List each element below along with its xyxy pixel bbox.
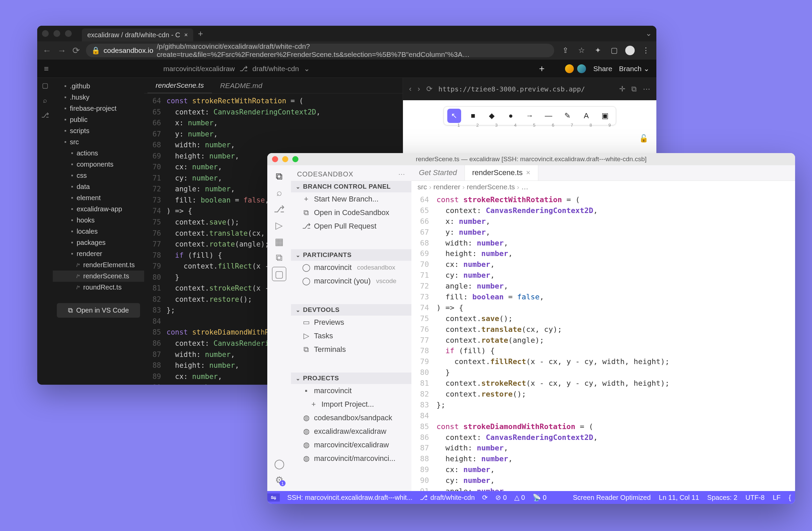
- folder-item[interactable]: ▪actions: [53, 148, 144, 159]
- arrow-tool[interactable]: →5: [523, 109, 537, 123]
- editor-tab[interactable]: Get Started: [411, 165, 465, 181]
- debug-icon[interactable]: ▷: [272, 218, 286, 232]
- cursor-status[interactable]: Ln 11, Col 11: [659, 494, 699, 502]
- popout-icon[interactable]: ⧉: [631, 85, 637, 94]
- code-editor[interactable]: 6465666768697071727374757677787980818283…: [411, 193, 795, 491]
- share-icon[interactable]: ⇪: [560, 46, 570, 55]
- chevron-down-icon[interactable]: ⌄: [304, 65, 310, 73]
- folder-item[interactable]: ▪packages: [53, 237, 144, 248]
- settings-icon[interactable]: ⚙: [272, 473, 286, 487]
- file-item[interactable]: /*roundRect.ts: [53, 282, 144, 293]
- sync-status[interactable]: ⟳: [482, 493, 488, 502]
- section-header[interactable]: ⌄PARTICIPANTS: [291, 249, 411, 261]
- text-tool[interactable]: A8: [579, 109, 593, 123]
- reload-icon[interactable]: ⟳: [426, 85, 432, 94]
- reload-icon[interactable]: ⟳: [72, 45, 80, 56]
- back-icon[interactable]: ←: [43, 45, 52, 56]
- avatar[interactable]: [625, 46, 635, 55]
- panel-item[interactable]: ⎇Open Pull Request: [291, 220, 411, 233]
- image-tool[interactable]: ▣9: [598, 109, 612, 123]
- branch-status[interactable]: ⎇ draft/white-cdn: [420, 493, 475, 502]
- forward-icon[interactable]: →: [58, 45, 66, 56]
- preview-url[interactable]: https://tziee8-3000.preview.csb.app/: [438, 85, 613, 93]
- file-item[interactable]: /*renderElement.ts: [53, 260, 144, 270]
- crumb-owner[interactable]: marcovincit/excalidraw: [163, 65, 235, 73]
- panel-item[interactable]: ▷Tasks: [291, 329, 411, 343]
- panel-item[interactable]: ◯marcovincitcodesandbox: [291, 261, 411, 274]
- encoding-status[interactable]: UTF-8: [745, 494, 765, 502]
- ports-status[interactable]: 📡 0: [533, 493, 547, 502]
- panel-item[interactable]: ⧉Terminals: [291, 343, 411, 356]
- file-item[interactable]: /*renderScene.ts: [53, 270, 144, 282]
- circle-tool[interactable]: ●4: [504, 109, 518, 123]
- puzzle-icon[interactable]: ✦: [593, 46, 603, 55]
- avatar[interactable]: [564, 64, 575, 74]
- breadcrumb[interactable]: src›renderer›renderScene.ts›…: [411, 181, 795, 193]
- account-icon[interactable]: ◯: [272, 457, 286, 471]
- close-icon[interactable]: ×: [184, 31, 188, 39]
- panel-item[interactable]: ◍marcovincit/excalidraw: [291, 438, 411, 452]
- hamburger-icon[interactable]: ≡: [44, 64, 49, 73]
- crumb-branch[interactable]: draft/white-cdn: [252, 65, 299, 73]
- folder-item[interactable]: ▪excalidraw-app: [53, 204, 144, 215]
- folder-item[interactable]: ▪src: [53, 137, 144, 148]
- avatar[interactable]: [577, 64, 587, 74]
- square-tool[interactable]: ■2: [466, 109, 480, 123]
- add-icon[interactable]: +: [539, 63, 545, 74]
- traffic-lights[interactable]: [272, 156, 299, 162]
- errors-status[interactable]: ⊘ 0: [495, 493, 507, 502]
- panel-item[interactable]: ▭Previews: [291, 316, 411, 329]
- search-icon[interactable]: ⌕: [272, 185, 286, 200]
- panel-item[interactable]: ◍excalidraw/excalidraw: [291, 425, 411, 438]
- branch-icon[interactable]: ⎇: [37, 108, 53, 123]
- code[interactable]: const strokeRectWithRotation = ( context…: [434, 193, 795, 491]
- browser-tab[interactable]: excalidraw / draft/white-cdn - C ×: [82, 28, 193, 41]
- remote-indicator[interactable]: ⇋: [267, 493, 280, 502]
- folder-item[interactable]: ▪.github: [53, 81, 144, 92]
- folder-item[interactable]: ▪public: [53, 114, 144, 125]
- folder-item[interactable]: ▪firebase-project: [53, 103, 144, 114]
- warnings-status[interactable]: △ 0: [514, 493, 525, 502]
- pencil-tool[interactable]: ✎7: [560, 109, 575, 123]
- ssh-status[interactable]: SSH: marcovincit.excalidraw.draft---whit…: [287, 494, 412, 502]
- extensions-icon[interactable]: ▦: [272, 234, 286, 249]
- panel-item[interactable]: ◍codesandbox/sandpack: [291, 411, 411, 425]
- panel-item[interactable]: ◯marcovincit (you)vscode: [291, 274, 411, 288]
- share-button[interactable]: Share: [593, 65, 612, 73]
- more-icon[interactable]: ⋯: [643, 85, 650, 94]
- line-tool[interactable]: —6: [541, 109, 555, 123]
- folder-item[interactable]: ▪data: [53, 181, 144, 192]
- traffic-lights[interactable]: [42, 30, 72, 37]
- close-icon[interactable]: ×: [526, 168, 531, 177]
- editor-tab[interactable]: renderScene.ts×: [465, 165, 538, 181]
- section-header[interactable]: ⌄BRANCH CONTROL PANEL: [291, 181, 411, 192]
- diamond-tool[interactable]: ◆3: [485, 109, 499, 123]
- panel-item[interactable]: +Start New Branch...: [291, 192, 411, 206]
- spaces-status[interactable]: Spaces: 2: [707, 494, 737, 502]
- panel-item[interactable]: +Import Project...: [291, 397, 411, 411]
- codesandbox-icon[interactable]: ▢: [272, 267, 286, 281]
- back-icon[interactable]: ‹: [409, 85, 411, 94]
- screen-reader-status[interactable]: Screen Reader Optimized: [573, 494, 651, 502]
- url-field[interactable]: 🔒 codesandbox.io /p/github/marcovincit/e…: [86, 44, 554, 57]
- files-icon[interactable]: ⧉: [272, 169, 286, 184]
- section-header[interactable]: ⌄PROJECTS: [291, 373, 411, 384]
- panel-item[interactable]: ⧉Open in CodeSandbox: [291, 206, 411, 220]
- folder-item[interactable]: ▪locales: [53, 226, 144, 237]
- folder-item[interactable]: ▪components: [53, 159, 144, 170]
- folder-item[interactable]: ▪css: [53, 170, 144, 181]
- chevron-down-icon[interactable]: ⌄: [646, 29, 652, 38]
- kebab-icon[interactable]: ⋮: [641, 46, 651, 55]
- branch-button[interactable]: Branch ⌄: [619, 65, 650, 73]
- panel-icon[interactable]: ▢: [609, 46, 619, 55]
- folder-item[interactable]: ▪.husky: [53, 92, 144, 103]
- remote-icon[interactable]: ⧉: [272, 251, 286, 265]
- search-icon[interactable]: ⌕: [37, 93, 53, 108]
- star-icon[interactable]: ☆: [577, 46, 587, 55]
- new-tab-button[interactable]: +: [198, 28, 203, 39]
- open-in-vscode-button[interactable]: ⧉Open in VS Code: [57, 303, 140, 318]
- pointer-icon[interactable]: ✛: [619, 85, 625, 94]
- source-control-icon[interactable]: ⎇: [272, 202, 286, 216]
- more-icon[interactable]: ⋯: [398, 170, 405, 178]
- panel-item[interactable]: ▪marcovincit: [291, 384, 411, 397]
